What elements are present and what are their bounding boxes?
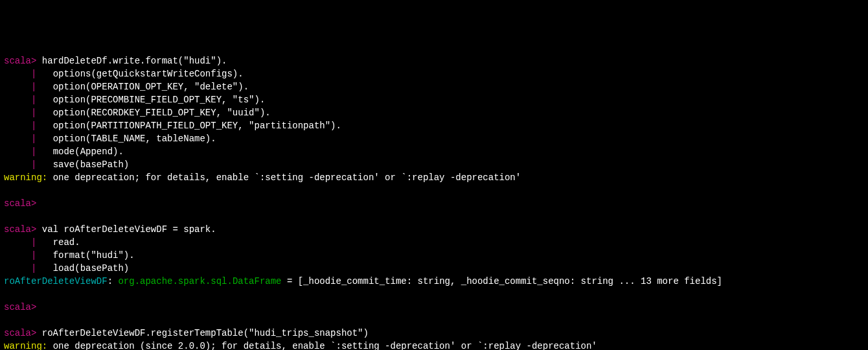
terminal-line: | option(RECORDKEY_FIELD_OPT_KEY, "uuid"… — [4, 106, 864, 119]
terminal-text-segment — [4, 250, 31, 261]
terminal-text-segment — [4, 121, 31, 131]
terminal-text-segment: roAfterDeleteViewDF.registerTempTable("h… — [42, 328, 369, 338]
terminal-text-segment: option(PARTITIONPATH_FIELD_OPT_KEY, "par… — [36, 121, 341, 131]
terminal-text-segment: = [_hoodie_commit_time: string, _hoodie_… — [282, 276, 723, 286]
terminal-line: | option(TABLE_NAME, tableName). — [4, 132, 864, 145]
terminal-text-segment: load(basePath) — [36, 263, 129, 274]
terminal-line — [4, 314, 864, 327]
terminal-text-segment: save(basePath) — [36, 159, 129, 170]
terminal-line: warning: one deprecation; for details, e… — [4, 171, 864, 184]
terminal-text-segment — [4, 237, 31, 248]
terminal-line: | save(basePath) — [4, 158, 864, 171]
terminal-line: scala> val roAfterDeleteViewDF = spark. — [4, 223, 864, 236]
terminal-text-segment: format("hudi"). — [36, 250, 134, 261]
terminal-line: | options(getQuickstartWriteConfigs). — [4, 67, 864, 80]
terminal-text-segment: one deprecation; for details, enable `:s… — [53, 172, 521, 183]
terminal-output[interactable]: scala> hardDeleteDf.write.format("hudi")… — [4, 54, 864, 350]
terminal-line: roAfterDeleteViewDF: org.apache.spark.sq… — [4, 275, 864, 288]
terminal-text-segment: scala> — [4, 328, 42, 338]
terminal-text-segment: roAfterDeleteViewDF — [4, 276, 108, 286]
terminal-line: | option(PRECOMBINE_FIELD_OPT_KEY, "ts")… — [4, 93, 864, 106]
terminal-text-segment — [4, 263, 31, 274]
terminal-text-segment: option(OPERATION_OPT_KEY, "delete"). — [36, 82, 249, 92]
terminal-text-segment: warning: — [4, 172, 53, 183]
terminal-line — [4, 210, 864, 223]
terminal-text-segment: : — [108, 276, 119, 286]
terminal-line: | mode(Append). — [4, 145, 864, 158]
terminal-line: | option(PARTITIONPATH_FIELD_OPT_KEY, "p… — [4, 119, 864, 132]
terminal-text-segment: scala> — [4, 224, 42, 235]
terminal-text-segment: scala> — [4, 302, 42, 312]
terminal-line: scala> — [4, 301, 864, 314]
terminal-text-segment: one deprecation (since 2.0.0); for detai… — [53, 341, 597, 350]
terminal-text-segment: org.apache.spark.sql.DataFrame — [118, 276, 281, 286]
terminal-text-segment: val roAfterDeleteViewDF = spark. — [42, 224, 216, 235]
terminal-text-segment — [4, 134, 31, 144]
terminal-text-segment: option(TABLE_NAME, tableName). — [36, 134, 216, 144]
terminal-text-segment — [4, 82, 31, 92]
terminal-line: scala> roAfterDeleteViewDF.registerTempT… — [4, 327, 864, 340]
terminal-text-segment: options(getQuickstartWriteConfigs). — [36, 69, 243, 79]
terminal-line: | format("hudi"). — [4, 249, 864, 262]
terminal-line: scala> hardDeleteDf.write.format("hudi")… — [4, 54, 864, 67]
terminal-text-segment: option(PRECOMBINE_FIELD_OPT_KEY, "ts"). — [36, 95, 265, 105]
terminal-text-segment: hardDeleteDf.write.format("hudi"). — [42, 56, 227, 66]
terminal-line: scala> — [4, 197, 864, 210]
terminal-text-segment: option(RECORDKEY_FIELD_OPT_KEY, "uuid"). — [36, 108, 270, 118]
terminal-text-segment — [4, 159, 31, 170]
terminal-text-segment — [4, 95, 31, 105]
terminal-line: | option(OPERATION_OPT_KEY, "delete"). — [4, 80, 864, 93]
terminal-line — [4, 184, 864, 197]
terminal-line: warning: one deprecation (since 2.0.0); … — [4, 340, 864, 350]
terminal-text-segment: scala> — [4, 56, 42, 66]
terminal-text-segment — [4, 108, 31, 118]
terminal-text-segment — [4, 69, 31, 79]
terminal-line: | read. — [4, 236, 864, 249]
terminal-text-segment — [4, 146, 31, 157]
terminal-line: | load(basePath) — [4, 262, 864, 275]
terminal-line — [4, 288, 864, 301]
terminal-text-segment: scala> — [4, 198, 42, 209]
terminal-text-segment: mode(Append). — [36, 146, 123, 157]
terminal-text-segment: warning: — [4, 341, 53, 350]
terminal-text-segment: read. — [36, 237, 80, 248]
